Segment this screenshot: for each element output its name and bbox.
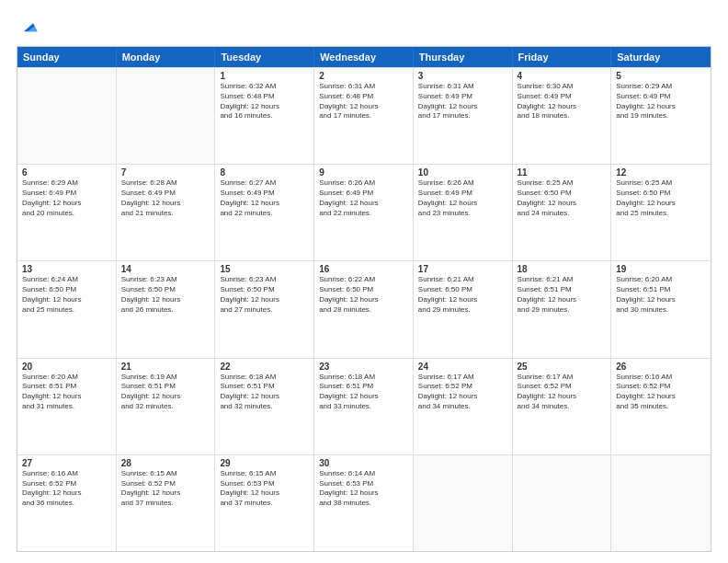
cell-info: Sunrise: 6:15 AM Sunset: 6:52 PM Dayligh… xyxy=(121,469,210,509)
day-number: 2 xyxy=(319,71,408,81)
cell-info: Sunrise: 6:26 AM Sunset: 6:49 PM Dayligh… xyxy=(319,178,408,218)
cell-info: Sunrise: 6:20 AM Sunset: 6:51 PM Dayligh… xyxy=(22,373,111,412)
cell-info: Sunrise: 6:15 AM Sunset: 6:53 PM Dayligh… xyxy=(220,469,309,509)
day-cell: 29 Sunrise: 6:15 AM Sunset: 6:53 PM Dayl… xyxy=(215,455,314,551)
logo xyxy=(17,17,39,37)
weekday-header: Saturday xyxy=(611,47,711,67)
weekday-header: Friday xyxy=(513,47,612,67)
day-cell: 16 Sunrise: 6:22 AM Sunset: 6:50 PM Dayl… xyxy=(314,261,414,357)
day-cell: 27 Sunrise: 6:16 AM Sunset: 6:52 PM Dayl… xyxy=(17,455,117,551)
weekday-header: Monday xyxy=(117,47,216,67)
calendar-row: 6 Sunrise: 6:29 AM Sunset: 6:49 PM Dayli… xyxy=(17,164,711,260)
day-number: 17 xyxy=(418,264,507,274)
cell-info: Sunrise: 6:28 AM Sunset: 6:49 PM Dayligh… xyxy=(121,178,210,218)
calendar-header: SundayMondayTuesdayWednesdayThursdayFrid… xyxy=(17,47,711,67)
day-cell: 2 Sunrise: 6:31 AM Sunset: 6:48 PM Dayli… xyxy=(314,68,414,164)
cell-info: Sunrise: 6:18 AM Sunset: 6:51 PM Dayligh… xyxy=(220,373,309,412)
calendar-body: 1 Sunrise: 6:32 AM Sunset: 6:48 PM Dayli… xyxy=(17,67,711,551)
calendar: SundayMondayTuesdayWednesdayThursdayFrid… xyxy=(17,46,711,552)
day-number: 1 xyxy=(220,71,309,81)
day-cell: 17 Sunrise: 6:21 AM Sunset: 6:50 PM Dayl… xyxy=(414,261,513,357)
day-number: 15 xyxy=(220,264,309,274)
day-number: 20 xyxy=(22,362,111,372)
weekday-header: Wednesday xyxy=(314,47,414,67)
day-number: 25 xyxy=(518,362,607,372)
calendar-row: 27 Sunrise: 6:16 AM Sunset: 6:52 PM Dayl… xyxy=(17,454,711,551)
cell-info: Sunrise: 6:22 AM Sunset: 6:50 PM Dayligh… xyxy=(319,275,408,315)
calendar-row: 20 Sunrise: 6:20 AM Sunset: 6:51 PM Dayl… xyxy=(17,358,711,454)
empty-cell xyxy=(611,455,711,551)
cell-info: Sunrise: 6:19 AM Sunset: 6:51 PM Dayligh… xyxy=(121,373,210,412)
cell-info: Sunrise: 6:16 AM Sunset: 6:52 PM Dayligh… xyxy=(616,373,706,412)
day-cell: 14 Sunrise: 6:23 AM Sunset: 6:50 PM Dayl… xyxy=(117,261,216,357)
day-number: 18 xyxy=(518,264,607,274)
cell-info: Sunrise: 6:26 AM Sunset: 6:49 PM Dayligh… xyxy=(418,178,507,218)
day-number: 11 xyxy=(518,167,607,178)
day-cell: 3 Sunrise: 6:31 AM Sunset: 6:49 PM Dayli… xyxy=(414,68,513,164)
cell-info: Sunrise: 6:29 AM Sunset: 6:49 PM Dayligh… xyxy=(22,178,111,218)
day-number: 6 xyxy=(22,167,111,178)
day-number: 28 xyxy=(121,458,210,468)
day-cell: 25 Sunrise: 6:17 AM Sunset: 6:52 PM Dayl… xyxy=(513,359,612,454)
cell-info: Sunrise: 6:18 AM Sunset: 6:51 PM Dayligh… xyxy=(319,373,408,412)
day-number: 9 xyxy=(319,167,408,178)
cell-info: Sunrise: 6:24 AM Sunset: 6:50 PM Dayligh… xyxy=(22,275,111,315)
cell-info: Sunrise: 6:14 AM Sunset: 6:53 PM Dayligh… xyxy=(319,469,408,509)
empty-cell xyxy=(17,68,117,164)
empty-cell xyxy=(414,455,513,551)
day-number: 26 xyxy=(616,362,706,372)
cell-info: Sunrise: 6:21 AM Sunset: 6:51 PM Dayligh… xyxy=(518,275,607,315)
day-cell: 22 Sunrise: 6:18 AM Sunset: 6:51 PM Dayl… xyxy=(215,359,314,454)
day-cell: 5 Sunrise: 6:29 AM Sunset: 6:49 PM Dayli… xyxy=(611,68,711,164)
day-number: 4 xyxy=(518,71,607,81)
day-number: 23 xyxy=(319,362,408,372)
cell-info: Sunrise: 6:20 AM Sunset: 6:51 PM Dayligh… xyxy=(616,275,706,315)
cell-info: Sunrise: 6:17 AM Sunset: 6:52 PM Dayligh… xyxy=(418,373,507,412)
weekday-header: Tuesday xyxy=(215,47,314,67)
day-number: 27 xyxy=(22,458,111,468)
calendar-row: 1 Sunrise: 6:32 AM Sunset: 6:48 PM Dayli… xyxy=(17,67,711,164)
day-number: 5 xyxy=(616,71,706,81)
day-number: 16 xyxy=(319,264,408,274)
day-cell: 13 Sunrise: 6:24 AM Sunset: 6:50 PM Dayl… xyxy=(17,261,117,357)
day-cell: 9 Sunrise: 6:26 AM Sunset: 6:49 PM Dayli… xyxy=(314,165,414,260)
day-cell: 19 Sunrise: 6:20 AM Sunset: 6:51 PM Dayl… xyxy=(611,261,711,357)
day-cell: 30 Sunrise: 6:14 AM Sunset: 6:53 PM Dayl… xyxy=(314,455,414,551)
day-cell: 7 Sunrise: 6:28 AM Sunset: 6:49 PM Dayli… xyxy=(117,165,216,260)
day-number: 7 xyxy=(121,167,210,178)
cell-info: Sunrise: 6:17 AM Sunset: 6:52 PM Dayligh… xyxy=(518,373,607,412)
day-number: 22 xyxy=(220,362,309,372)
cell-info: Sunrise: 6:16 AM Sunset: 6:52 PM Dayligh… xyxy=(22,469,111,509)
day-number: 8 xyxy=(220,167,309,178)
calendar-row: 13 Sunrise: 6:24 AM Sunset: 6:50 PM Dayl… xyxy=(17,260,711,357)
cell-info: Sunrise: 6:23 AM Sunset: 6:50 PM Dayligh… xyxy=(121,275,210,315)
day-cell: 23 Sunrise: 6:18 AM Sunset: 6:51 PM Dayl… xyxy=(314,359,414,454)
day-number: 24 xyxy=(418,362,507,372)
cell-info: Sunrise: 6:30 AM Sunset: 6:49 PM Dayligh… xyxy=(518,82,607,121)
cell-info: Sunrise: 6:21 AM Sunset: 6:50 PM Dayligh… xyxy=(418,275,507,315)
day-cell: 21 Sunrise: 6:19 AM Sunset: 6:51 PM Dayl… xyxy=(117,359,216,454)
page: SundayMondayTuesdayWednesdayThursdayFrid… xyxy=(0,0,728,563)
weekday-header: Sunday xyxy=(17,47,117,67)
day-cell: 1 Sunrise: 6:32 AM Sunset: 6:48 PM Dayli… xyxy=(215,68,314,164)
day-number: 19 xyxy=(616,264,706,274)
day-number: 30 xyxy=(319,458,408,468)
day-number: 13 xyxy=(22,264,111,274)
cell-info: Sunrise: 6:25 AM Sunset: 6:50 PM Dayligh… xyxy=(616,178,706,218)
cell-info: Sunrise: 6:29 AM Sunset: 6:49 PM Dayligh… xyxy=(616,82,706,121)
day-cell: 8 Sunrise: 6:27 AM Sunset: 6:49 PM Dayli… xyxy=(215,165,314,260)
empty-cell xyxy=(117,68,216,164)
cell-info: Sunrise: 6:23 AM Sunset: 6:50 PM Dayligh… xyxy=(220,275,309,315)
cell-info: Sunrise: 6:31 AM Sunset: 6:49 PM Dayligh… xyxy=(418,82,507,121)
day-cell: 15 Sunrise: 6:23 AM Sunset: 6:50 PM Dayl… xyxy=(215,261,314,357)
day-cell: 10 Sunrise: 6:26 AM Sunset: 6:49 PM Dayl… xyxy=(414,165,513,260)
day-cell: 20 Sunrise: 6:20 AM Sunset: 6:51 PM Dayl… xyxy=(17,359,117,454)
header xyxy=(17,17,711,37)
day-number: 12 xyxy=(616,167,706,178)
day-cell: 12 Sunrise: 6:25 AM Sunset: 6:50 PM Dayl… xyxy=(611,165,711,260)
cell-info: Sunrise: 6:27 AM Sunset: 6:49 PM Dayligh… xyxy=(220,178,309,218)
day-number: 29 xyxy=(220,458,309,468)
day-cell: 11 Sunrise: 6:25 AM Sunset: 6:50 PM Dayl… xyxy=(513,165,612,260)
day-cell: 28 Sunrise: 6:15 AM Sunset: 6:52 PM Dayl… xyxy=(117,455,216,551)
logo-icon xyxy=(18,17,39,37)
